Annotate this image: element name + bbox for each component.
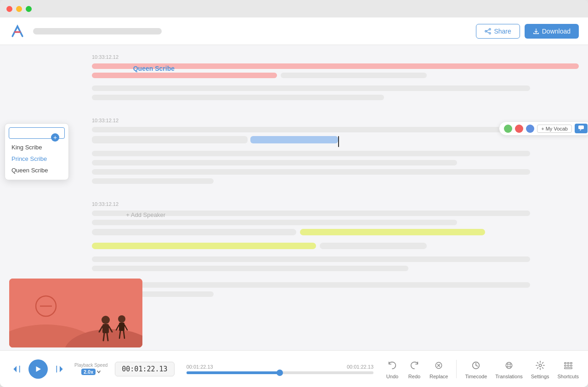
dropdown-item-king[interactable]: King Scribe: [9, 142, 65, 153]
color-green-btn[interactable]: [504, 125, 512, 133]
forward-button[interactable]: [52, 362, 67, 376]
minimize-button[interactable]: [16, 6, 22, 12]
svg-rect-35: [567, 365, 569, 366]
redo-icon: [407, 359, 421, 372]
text-line-yellow: [92, 243, 316, 249]
selected-text: [250, 136, 338, 143]
svg-line-17: [107, 333, 108, 341]
redo-button[interactable]: Redo: [407, 359, 421, 379]
dropdown-item-prince[interactable]: Prince Scribe: [9, 153, 65, 165]
text-line: [92, 160, 457, 165]
add-speaker-label: + Add Speaker: [126, 211, 165, 218]
play-icon: [34, 365, 42, 373]
rewind-icon: [12, 364, 21, 374]
svg-line-16: [103, 333, 104, 341]
svg-rect-13: [102, 324, 109, 333]
text-line: [281, 73, 427, 78]
progress-bar-fill: [187, 371, 280, 374]
text-cursor: [338, 136, 339, 147]
progress-thumb[interactable]: [277, 370, 283, 376]
add-speaker-dropdown-btn[interactable]: +: [51, 133, 59, 142]
svg-line-4: [487, 31, 490, 33]
color-blue-btn[interactable]: [526, 125, 534, 133]
svg-point-12: [102, 316, 110, 324]
translations-label: Translations: [495, 374, 523, 379]
svg-marker-24: [36, 366, 41, 372]
settings-button[interactable]: Settings: [531, 359, 549, 379]
settings-icon: [533, 359, 547, 372]
playback-controls: [9, 359, 67, 379]
svg-point-30: [539, 364, 542, 367]
settings-label: Settings: [531, 374, 549, 379]
undo-label: Undo: [386, 374, 398, 379]
comment-button[interactable]: [575, 124, 588, 133]
progress-bar-track[interactable]: [187, 371, 373, 374]
text-line-row-yellow-1: [92, 229, 579, 239]
text-line: [92, 282, 530, 288]
play-button[interactable]: [28, 359, 48, 379]
selection-row: + My Vocab: [92, 136, 579, 147]
translations-button[interactable]: Translations: [495, 359, 523, 379]
svg-rect-33: [570, 363, 572, 364]
timecode-button[interactable]: Timecode: [465, 359, 487, 379]
current-timecode-display: 00:01:22.13: [115, 362, 174, 376]
text-line: [92, 136, 248, 143]
spacer: [92, 275, 579, 282]
text-line: [92, 229, 296, 235]
color-red-btn[interactable]: [515, 125, 523, 133]
svg-point-29: [506, 362, 512, 368]
timecode-label: Timecode: [465, 374, 487, 379]
my-vocab-button[interactable]: + My Vocab: [537, 125, 572, 133]
dropdown-item-queen[interactable]: Queen Scribe: [9, 165, 65, 176]
svg-rect-5: [578, 125, 584, 129]
text-line: [320, 243, 427, 249]
svg-point-0: [489, 28, 491, 30]
rewind-button[interactable]: [9, 362, 24, 376]
title-bar: [0, 0, 588, 17]
speaker-dropdown[interactable]: + King Scribe Prince Scribe Queen Scribe: [5, 123, 69, 180]
share-button[interactable]: Share: [476, 24, 520, 39]
video-preview: [9, 279, 142, 347]
svg-rect-34: [565, 365, 566, 366]
close-button[interactable]: [6, 6, 12, 12]
progress-end-time: 00:01:22.13: [347, 364, 373, 370]
svg-point-18: [118, 315, 125, 323]
text-line: [92, 220, 457, 225]
text-line-row: [92, 73, 579, 82]
progress-start-time: 00:01:22.13: [187, 364, 213, 370]
playback-speed-block: Playback Speed 2.0x: [74, 363, 107, 375]
forward-icon: [55, 364, 64, 374]
progress-times: 00:01:22.13 00:01:22.13: [187, 364, 373, 370]
shortcuts-icon: [561, 359, 575, 372]
shortcuts-button[interactable]: Shortcuts: [558, 359, 579, 379]
logo: [9, 23, 26, 40]
inline-toolbar: + My Vocab: [499, 121, 588, 136]
svg-rect-31: [565, 363, 566, 364]
replace-button[interactable]: Replace: [430, 359, 448, 379]
undo-button[interactable]: Undo: [385, 359, 399, 379]
svg-rect-32: [567, 363, 569, 364]
text-line: [92, 256, 530, 262]
svg-line-3: [487, 29, 490, 31]
transcript-block-3: + Add Speaker 10:33:12.12: [92, 201, 579, 301]
replace-label: Replace: [430, 374, 448, 379]
speed-badge[interactable]: 2.0x: [81, 369, 96, 375]
text-line-row-yellow-2: [92, 243, 579, 253]
svg-point-2: [485, 30, 487, 32]
app-window: Share Download Queen Scribe: [0, 0, 588, 387]
speaker-queen-scribe[interactable]: Queen Scribe: [133, 65, 175, 72]
progress-area: 00:01:22.13 00:01:22.13: [182, 364, 378, 374]
svg-rect-36: [570, 365, 572, 366]
add-speaker-btn[interactable]: + Add Speaker: [83, 211, 175, 218]
replace-icon: [432, 359, 446, 372]
text-line: [92, 169, 530, 175]
download-button[interactable]: Download: [525, 24, 579, 39]
chevron-down-icon: [97, 370, 101, 373]
text-line: [92, 151, 530, 156]
text-line: [92, 73, 277, 78]
timecode-icon: [469, 359, 483, 372]
text-line-yellow: [300, 229, 485, 235]
transcript-block-1: Queen Scribe 10:33:12.12: [92, 54, 579, 104]
shortcuts-label: Shortcuts: [558, 374, 579, 379]
maximize-button[interactable]: [26, 6, 32, 12]
